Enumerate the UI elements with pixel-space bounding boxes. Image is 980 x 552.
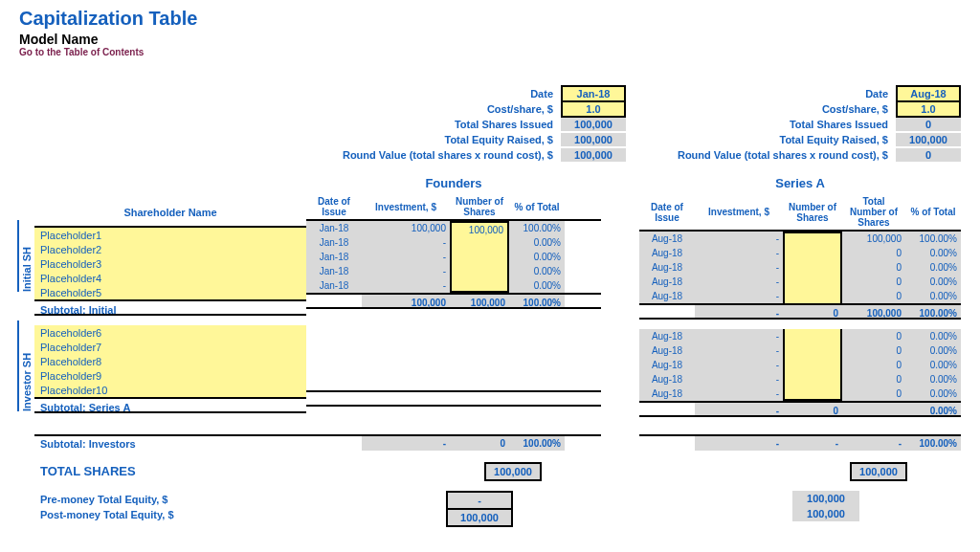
shareholder-name-input[interactable]: Placeholder4: [34, 271, 306, 285]
num-shares-input[interactable]: [783, 289, 842, 303]
founders-cost-input[interactable]: 1.0: [561, 100, 626, 118]
founders-shares: 100,000: [561, 118, 626, 131]
model-name: Model Name: [19, 32, 961, 47]
table-row: [306, 362, 601, 376]
num-shares-input[interactable]: [783, 232, 842, 246]
seriesa-summary: DateAug-18 Cost/share, $1.0 Total Shares…: [664, 86, 961, 163]
founders-pre-money: -: [446, 491, 513, 508]
shareholder-name-input[interactable]: Placeholder9: [34, 368, 306, 383]
summary-shares-label: Total Shares Issued: [329, 119, 561, 130]
table-row: Jan-18 - 0.00%: [306, 250, 601, 264]
col-investment: Investment, $: [362, 194, 450, 219]
seriesa-cost-input[interactable]: 1.0: [896, 100, 961, 118]
num-shares-input[interactable]: [450, 250, 509, 264]
table-row: [306, 347, 601, 362]
table-row: Aug-18 - 0 0.00%: [639, 372, 961, 386]
shareholder-name-input[interactable]: Placeholder6: [34, 325, 306, 340]
num-shares-input[interactable]: [783, 246, 842, 260]
num-shares-input[interactable]: [783, 329, 842, 343]
seriesa-post-money: 100,000: [792, 506, 859, 521]
page-title: Capitalization Table: [19, 8, 961, 30]
shareholder-name-input[interactable]: Placeholder1: [34, 228, 306, 242]
founders-title: Founders: [306, 172, 601, 194]
seriesa-roundval: 0: [896, 148, 961, 162]
num-shares-input[interactable]: [450, 235, 509, 250]
founders-total-shares: 100,000: [484, 462, 542, 481]
post-money-label: Post-money Total Equity, $: [34, 507, 306, 522]
table-row: [306, 319, 601, 333]
total-shares-label: TOTAL SHARES: [34, 456, 306, 482]
num-shares-input[interactable]: [783, 372, 842, 386]
seriesa-subtotal-initial: - 0 100,000 100.00%: [639, 303, 961, 320]
col-num-shares: Number of Shares: [450, 194, 509, 219]
founders-equity: 100,000: [561, 133, 626, 146]
table-row: Jan-18 - 0.00%: [306, 264, 601, 278]
table-row: Aug-18 - 0 0.00%: [639, 289, 961, 303]
table-row: Jan-18 - 0.00%: [306, 278, 601, 293]
seriesa-shares: 0: [896, 118, 961, 131]
num-shares-input[interactable]: [783, 260, 842, 275]
table-row: [306, 376, 601, 390]
table-row: Aug-18 - 100,000 100.00%: [639, 232, 961, 246]
investor-sh-label: Investor SH: [17, 320, 33, 411]
summary-cost-label: Cost/share, $: [329, 103, 561, 115]
table-row: Jan-18 - 0.00%: [306, 235, 601, 250]
shareholder-name-input[interactable]: Placeholder7: [34, 340, 306, 354]
seriesa-total-shares: 100,000: [850, 462, 907, 481]
shareholder-name-input[interactable]: Placeholder2: [34, 242, 306, 256]
summary-roundval-label: Round Value (total shares x round cost),…: [329, 149, 561, 161]
subtotal-seriesa-label: Subtotal: Series A: [34, 397, 306, 413]
summary-equity-label: Total Equity Raised, $: [329, 134, 561, 145]
table-row: Aug-18 - 0 0.00%: [639, 358, 961, 372]
shareholder-name-header: Shareholder Name: [34, 195, 306, 228]
num-shares-input[interactable]: [450, 264, 509, 278]
num-shares-input[interactable]: 100,000: [450, 221, 509, 235]
summary-date-label: Date: [329, 88, 561, 99]
shareholder-name-input[interactable]: Placeholder3: [34, 256, 306, 271]
founders-roundval: 100,000: [561, 148, 626, 162]
num-shares-input[interactable]: [783, 343, 842, 358]
seriesa-pre-money: 100,000: [792, 491, 859, 506]
founders-block: Founders Date of Issue Investment, $ Num…: [306, 172, 601, 417]
col-date-issue: Date of Issue: [306, 194, 362, 219]
num-shares-input[interactable]: [450, 278, 509, 293]
num-shares-input[interactable]: [783, 386, 842, 401]
shareholder-name-input[interactable]: Placeholder5: [34, 285, 306, 299]
pre-money-label: Pre-money Total Equity, $: [34, 492, 306, 507]
founders-subtotal-seriesa: [306, 390, 601, 407]
num-shares-input[interactable]: [783, 275, 842, 289]
subtotal-initial-label: Subtotal: Initial: [34, 299, 306, 316]
table-row: Aug-18 - 0 0.00%: [639, 246, 961, 260]
table-row: Aug-18 - 0 0.00%: [639, 386, 961, 401]
shareholder-name-input[interactable]: Placeholder8: [34, 354, 306, 368]
seriesa-equity: 100,000: [896, 133, 961, 146]
table-row: Aug-18 - 0 0.00%: [639, 275, 961, 289]
shareholder-name-input[interactable]: Placeholder10: [34, 383, 306, 397]
founders-subtotal-initial: 100,000 100,000 100.00%: [306, 293, 601, 309]
col-pct-total: % of Total: [509, 194, 565, 219]
seriesa-title: Series A: [639, 172, 961, 194]
seriesa-subtotal-seriesa: - 0 0.00%: [639, 401, 961, 417]
table-row: Aug-18 - 0 0.00%: [639, 260, 961, 275]
toc-link[interactable]: Go to the Table of Contents: [19, 47, 961, 57]
subtotal-investors-label: Subtotal: Investors: [34, 434, 306, 451]
seriesa-block: Series A Date of Issue Investment, $ Num…: [639, 172, 961, 417]
table-row: Aug-18 - 0 0.00%: [639, 343, 961, 358]
table-row: Jan-18 100,000 100,000 100.00%: [306, 221, 601, 235]
table-row: [306, 333, 601, 347]
founders-post-money: 100,000: [446, 508, 513, 527]
num-shares-input[interactable]: [783, 358, 842, 372]
table-row: Aug-18 - 0 0.00%: [639, 329, 961, 343]
founders-summary: DateJan-18 Cost/share, $1.0 Total Shares…: [329, 86, 626, 163]
initial-sh-label: Initial SH: [17, 220, 33, 292]
